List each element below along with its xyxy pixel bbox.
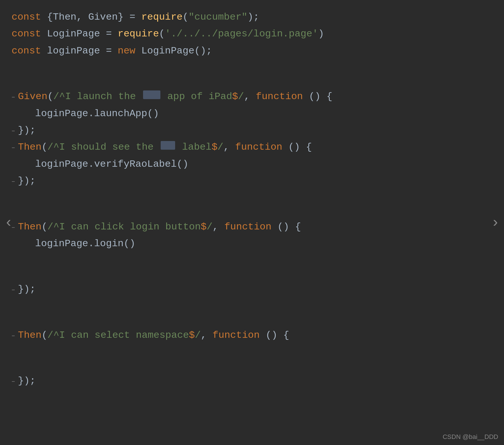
empty-line (0, 252, 504, 266)
code-line-2: const LoginPage = require('./../../pages… (0, 25, 504, 42)
fold-icon[interactable]: − (12, 127, 15, 136)
fold-icon[interactable]: − (12, 332, 15, 341)
code-editor: ‹ › const {Then, Given} = require("cucum… (0, 0, 504, 445)
code-line-6: −}); (0, 122, 504, 139)
fold-icon[interactable]: − (12, 93, 15, 102)
fold-icon[interactable]: − (12, 144, 15, 153)
nav-right-arrow[interactable]: › (487, 212, 504, 234)
empty-line (0, 298, 504, 312)
code-line-10: −Then(/^I can click login button$/, func… (0, 218, 504, 235)
empty-line (0, 266, 504, 281)
fold-icon[interactable]: − (12, 177, 15, 187)
code-line-14: −}); (0, 372, 504, 389)
nav-left-arrow[interactable]: ‹ (0, 212, 17, 234)
empty-line (0, 358, 504, 372)
code-line-11: loginPage.login() (0, 235, 504, 252)
empty-line (0, 204, 504, 218)
code-line-7: −Then(/^I should see the label$/, functi… (0, 139, 504, 155)
obscured-image-2 (161, 141, 175, 150)
code-line-13: −Then(/^I can select namespace$/, functi… (0, 327, 504, 344)
keyword-const: const (12, 9, 47, 25)
code-line-3: const loginPage = new LoginPage(); (0, 42, 504, 59)
empty-line (0, 312, 504, 327)
watermark: CSDN @bai__DDD (443, 433, 498, 441)
code-line-12: −}); (0, 281, 504, 298)
code-line-5: loginPage.launchApp() (0, 105, 504, 122)
empty-line (0, 59, 504, 74)
code-line-9: −}); (0, 173, 504, 189)
fold-icon[interactable]: − (12, 377, 15, 387)
code-line-1: const {Then, Given} = require("cucumber"… (0, 9, 504, 25)
obscured-image-1 (143, 90, 160, 99)
empty-line (0, 74, 504, 88)
code-line-8: loginPage.verifyRaoLabel() (0, 156, 504, 173)
empty-line (0, 344, 504, 358)
empty-line (0, 190, 504, 204)
fold-icon[interactable]: − (12, 286, 15, 295)
code-line-4: −Given(/^I launch the app of iPad$/, fun… (0, 88, 504, 105)
